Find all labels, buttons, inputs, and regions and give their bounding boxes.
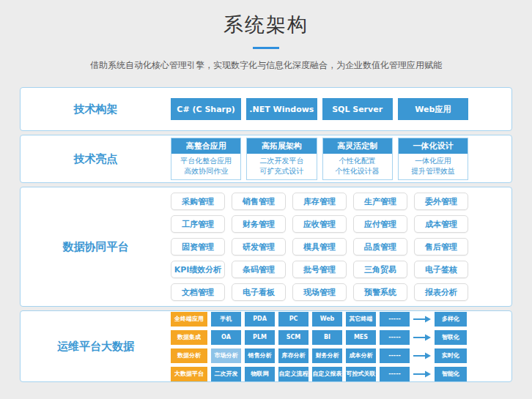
ops-item-chip[interactable]: 成本分析 bbox=[346, 348, 376, 363]
highlight-cards: 高整合应用 平台化整合应用 高效协同作业 高拓展架构 二次开发平台 可扩充式设计… bbox=[171, 138, 468, 180]
module-chip[interactable]: 成本管理 bbox=[414, 215, 468, 233]
module-chip[interactable]: 三角贸易 bbox=[353, 261, 407, 278]
module-chip[interactable]: 条码管理 bbox=[232, 261, 286, 278]
arrow-right-icon bbox=[413, 334, 431, 341]
highlight-card-line: 可扩充式设计 bbox=[247, 166, 316, 176]
module-chip[interactable]: 研发管理 bbox=[232, 238, 286, 256]
arrow-right-icon bbox=[413, 370, 431, 378]
tech-chip-web[interactable]: Web应用 bbox=[398, 98, 468, 120]
highlight-card-title: 高灵活定制 bbox=[323, 138, 392, 154]
ops-item-chip[interactable]: 库存分析 bbox=[278, 348, 309, 363]
module-chip[interactable]: 工序管理 bbox=[171, 215, 225, 233]
ops-row-analysis: 数据分析 市场分析 销售分析 库存分析 财务分析 成本分析 ----- 实时化 bbox=[171, 348, 468, 363]
ops-item-chip[interactable]: Web bbox=[312, 312, 342, 327]
ops-item-chip[interactable]: BI bbox=[312, 330, 342, 345]
ops-item-chip[interactable]: SCM bbox=[278, 330, 309, 345]
highlight-card-title: 高整合应用 bbox=[171, 138, 240, 154]
section-label-ops-platform: 运维平台大数据 bbox=[21, 340, 171, 354]
section-label-data-platform: 数据协同平台 bbox=[21, 240, 171, 254]
ops-item-chip[interactable]: 其它终端 bbox=[346, 312, 376, 327]
module-chip[interactable]: 现场管理 bbox=[292, 283, 347, 301]
module-chip[interactable]: 固资管理 bbox=[171, 238, 225, 256]
system-architecture-page: 系统架构 借助系统自动化核心管理引擎，实现数字化与信息化深度融合，为企业数值化管… bbox=[0, 0, 532, 382]
highlight-card-title: 一体化设计 bbox=[399, 138, 468, 154]
ops-row-terminals: 全终端应用 手机 PDA PC Web 其它终端 ----- 多样化 bbox=[171, 312, 468, 327]
ops-row-bigdata: 大数据平台 二次开发 物联网 自定义流程 自定义报表 可控式关联 ----- 智… bbox=[171, 367, 468, 381]
data-platform-grid: 采购管理 销售管理 库存管理 生产管理 委外管理 工序管理 财务管理 应收管理 … bbox=[171, 193, 468, 301]
highlight-card-line: 个性化设计器 bbox=[323, 166, 392, 176]
ops-item-chip[interactable]: ----- bbox=[380, 348, 410, 363]
module-chip[interactable]: 库存管理 bbox=[292, 193, 347, 210]
tech-chip-csharp[interactable]: C# (C Sharp) bbox=[171, 98, 241, 120]
page-title: 系统架构 bbox=[0, 12, 532, 38]
ops-item-chip[interactable]: PC bbox=[278, 312, 309, 327]
tech-chip-sqlserver[interactable]: SQL Server bbox=[322, 98, 393, 120]
module-chip[interactable]: 生产管理 bbox=[353, 193, 407, 210]
ops-item-chip[interactable]: ----- bbox=[380, 367, 410, 381]
module-chip[interactable]: 品质管理 bbox=[353, 238, 407, 256]
highlight-card-line: 提升管理效益 bbox=[399, 166, 468, 176]
module-chip[interactable]: 采购管理 bbox=[171, 193, 225, 210]
highlight-card-unified: 一体化设计 一体化应用 提升管理效益 bbox=[398, 138, 468, 180]
ops-category-badge: 数据集成 bbox=[171, 330, 207, 345]
arrow-right-icon bbox=[413, 352, 431, 359]
panel-data-platform: 数据协同平台 采购管理 销售管理 库存管理 生产管理 委外管理 工序管理 财务管… bbox=[20, 187, 512, 307]
tech-chip-dotnet[interactable]: .NET Windows bbox=[246, 98, 317, 120]
ops-item-chip[interactable]: PLM bbox=[245, 330, 275, 345]
ops-item-chip[interactable]: OA bbox=[211, 330, 241, 345]
highlight-card-line: 个性化配置 bbox=[323, 156, 392, 166]
ops-result-chip[interactable]: 多样化 bbox=[435, 312, 467, 327]
module-chip[interactable]: 销售管理 bbox=[232, 193, 286, 210]
highlight-card-line: 平台化整合应用 bbox=[171, 156, 240, 166]
ops-item-chip[interactable]: MES bbox=[346, 330, 376, 345]
module-chip[interactable]: 电子签核 bbox=[414, 261, 468, 278]
ops-item-chip[interactable]: 自定义报表 bbox=[312, 367, 342, 381]
ops-result-chip[interactable]: 实时化 bbox=[435, 348, 467, 363]
ops-item-chip[interactable]: 二次开发 bbox=[211, 367, 241, 381]
highlight-card-title: 高拓展架构 bbox=[247, 138, 316, 154]
module-chip[interactable]: 财务管理 bbox=[232, 215, 286, 233]
ops-item-chip[interactable]: ----- bbox=[380, 312, 410, 327]
section-label-tech-highlights: 技术亮点 bbox=[21, 152, 171, 166]
ops-item-chip[interactable]: 销售分析 bbox=[245, 348, 275, 363]
ops-item-chip[interactable]: ----- bbox=[380, 330, 410, 345]
module-chip[interactable]: 批号管理 bbox=[292, 261, 347, 278]
highlight-card-extensibility: 高拓展架构 二次开发平台 可扩充式设计 bbox=[246, 138, 317, 180]
module-chip[interactable]: 文档管理 bbox=[171, 283, 225, 301]
ops-item-chip[interactable]: PDA bbox=[245, 312, 275, 327]
tech-framework-buttons: C# (C Sharp) .NET Windows SQL Server Web… bbox=[171, 98, 468, 120]
module-chip[interactable]: KPI绩效分析 bbox=[171, 261, 225, 278]
ops-row-integration: 数据集成 OA PLM SCM BI MES ----- 智联化 bbox=[171, 330, 468, 345]
highlight-card-flexibility: 高灵活定制 个性化配置 个性化设计器 bbox=[322, 138, 393, 180]
module-chip[interactable]: 预警系统 bbox=[353, 283, 407, 301]
ops-item-chip[interactable]: 可控式关联 bbox=[346, 367, 376, 381]
ops-result-chip[interactable]: 智联化 bbox=[435, 330, 467, 345]
module-chip[interactable]: 应收管理 bbox=[292, 215, 347, 233]
highlight-card-line: 二次开发平台 bbox=[247, 156, 316, 166]
module-chip[interactable]: 报表分析 bbox=[414, 283, 468, 301]
highlight-card-line: 高效协同作业 bbox=[171, 166, 240, 176]
panel-tech-framework: 技术构架 C# (C Sharp) .NET Windows SQL Serve… bbox=[20, 87, 512, 131]
ops-result-chip[interactable]: 智能化 bbox=[435, 367, 467, 381]
module-chip[interactable]: 模具管理 bbox=[292, 238, 347, 256]
ops-item-chip[interactable]: 自定义流程 bbox=[278, 367, 309, 381]
architecture-panels: 技术构架 C# (C Sharp) .NET Windows SQL Serve… bbox=[20, 87, 512, 382]
ops-category-badge: 数据分析 bbox=[171, 348, 207, 363]
ops-platform-rows: 全终端应用 手机 PDA PC Web 其它终端 ----- 多样化 数据集成 … bbox=[171, 312, 468, 381]
page-subtitle: 借助系统自动化核心管理引擎，实现数字化与信息化深度融合，为企业数值化管理应用赋能 bbox=[0, 59, 532, 71]
section-label-tech-framework: 技术构架 bbox=[21, 102, 171, 116]
module-chip[interactable]: 委外管理 bbox=[414, 193, 468, 210]
title-divider bbox=[253, 47, 279, 49]
module-chip[interactable]: 售后管理 bbox=[414, 238, 468, 256]
ops-item-chip[interactable]: 市场分析 bbox=[211, 348, 241, 363]
highlight-card-integration: 高整合应用 平台化整合应用 高效协同作业 bbox=[171, 138, 241, 180]
ops-item-chip[interactable]: 手机 bbox=[211, 312, 241, 327]
ops-category-badge: 全终端应用 bbox=[171, 312, 207, 327]
ops-item-chip[interactable]: 物联网 bbox=[245, 367, 275, 381]
panel-ops-platform: 运维平台大数据 全终端应用 手机 PDA PC Web 其它终端 ----- 多… bbox=[20, 310, 512, 382]
module-chip[interactable]: 应付管理 bbox=[353, 215, 407, 233]
module-chip[interactable]: 电子看板 bbox=[232, 283, 286, 301]
ops-category-badge: 大数据平台 bbox=[171, 367, 207, 381]
ops-item-chip[interactable]: 财务分析 bbox=[312, 348, 342, 363]
highlight-card-line: 一体化应用 bbox=[399, 156, 468, 166]
